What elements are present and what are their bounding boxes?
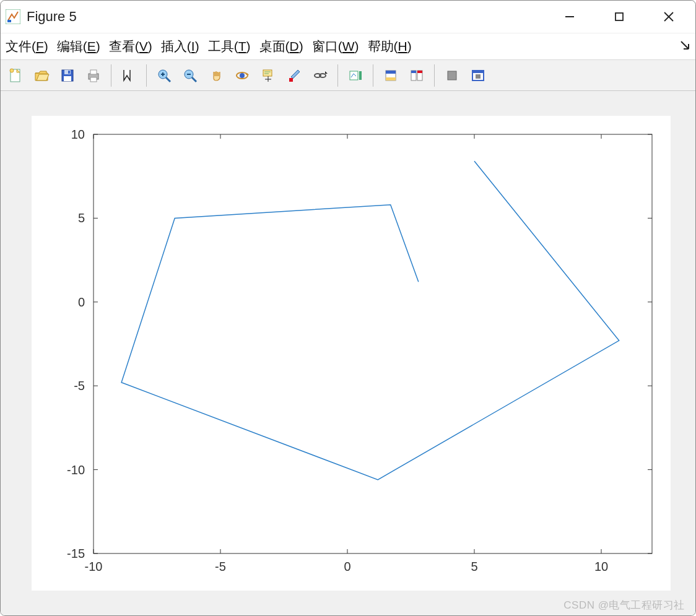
insert-legend-icon[interactable]: [380, 64, 402, 87]
x-tick-label: -10: [85, 560, 103, 573]
svg-point-24: [240, 73, 245, 78]
menu-tools[interactable]: 工具(T): [208, 38, 251, 55]
edit-plot-icon[interactable]: [118, 64, 140, 87]
dock-arrow-icon[interactable]: [679, 39, 690, 54]
menu-desktop[interactable]: 桌面(D): [259, 38, 303, 55]
toolbar-separator: [373, 64, 373, 87]
axes[interactable]: -10-50510-15-10-50510: [32, 116, 671, 591]
window-title: Figure 5: [27, 9, 554, 25]
figure-window: Figure 5 文件(F) 编辑(E) 查看(V) 插入(I) 工具(T) 桌…: [0, 0, 696, 616]
toolbar-separator: [337, 64, 338, 87]
svg-rect-15: [90, 77, 97, 82]
svg-rect-30: [289, 78, 293, 82]
svg-rect-35: [359, 71, 362, 80]
toolbar: [1, 60, 695, 91]
y-tick-label: -5: [74, 379, 85, 393]
y-tick-label: -15: [67, 547, 85, 560]
pan-icon[interactable]: [205, 64, 227, 87]
brush-icon[interactable]: [283, 64, 305, 87]
menu-edit[interactable]: 编辑(E): [57, 38, 100, 55]
figure-canvas-area: -10-50510-15-10-50510: [1, 91, 695, 615]
x-tick-label: 10: [594, 560, 608, 573]
x-tick-label: 5: [471, 560, 477, 573]
svg-rect-38: [386, 77, 396, 80]
minimize-button[interactable]: [554, 4, 585, 29]
svg-line-21: [192, 77, 196, 82]
close-button[interactable]: [653, 4, 684, 29]
svg-rect-1: [7, 20, 11, 22]
toolbar-separator: [111, 64, 111, 87]
svg-line-17: [166, 77, 170, 82]
watermark-text: CSDN @电气工程研习社: [563, 598, 685, 612]
print-icon[interactable]: [82, 64, 105, 87]
hide-plot-tools-icon[interactable]: [406, 64, 428, 87]
svg-rect-45: [472, 71, 484, 73]
menu-window[interactable]: 窗口(W): [312, 38, 359, 55]
maximize-button[interactable]: [604, 4, 635, 29]
svg-rect-42: [417, 71, 422, 73]
menu-insert[interactable]: 插入(I): [161, 38, 199, 55]
zoom-in-icon[interactable]: [153, 64, 175, 87]
svg-point-8: [10, 69, 14, 72]
toolbar-separator: [434, 64, 435, 87]
link-icon[interactable]: [309, 64, 331, 87]
open-icon[interactable]: [30, 64, 53, 87]
svg-rect-12: [68, 71, 70, 74]
toolbar-separator: [146, 64, 147, 87]
new-figure-icon[interactable]: [4, 64, 27, 87]
menubar: 文件(F) 编辑(E) 查看(V) 插入(I) 工具(T) 桌面(D) 窗口(W…: [1, 33, 695, 60]
dock-figure-icon[interactable]: [467, 64, 489, 87]
svg-rect-43: [448, 71, 456, 80]
svg-rect-25: [263, 70, 272, 76]
x-tick-label: -5: [215, 560, 226, 573]
svg-rect-37: [386, 71, 396, 74]
titlebar: Figure 5: [1, 1, 695, 33]
svg-rect-40: [411, 71, 416, 73]
svg-marker-33: [325, 71, 328, 74]
menu-file[interactable]: 文件(F): [6, 38, 48, 55]
line-plot: -10-50510-15-10-50510: [32, 116, 671, 591]
x-tick-label: 0: [344, 560, 350, 573]
y-tick-label: 5: [78, 211, 85, 225]
svg-rect-47: [94, 134, 652, 553]
window-controls: [554, 4, 684, 29]
svg-rect-3: [616, 13, 623, 20]
menu-view[interactable]: 查看(V): [109, 38, 152, 55]
rotate-3d-icon[interactable]: [231, 64, 253, 87]
axes-props-icon[interactable]: [441, 64, 463, 87]
y-tick-label: 10: [71, 128, 85, 141]
data-cursor-icon[interactable]: [257, 64, 279, 87]
svg-rect-34: [350, 71, 358, 80]
insert-colorbar-icon[interactable]: [344, 64, 367, 87]
menu-help[interactable]: 帮助(H): [368, 38, 412, 55]
svg-rect-14: [90, 70, 97, 74]
save-icon[interactable]: [56, 64, 79, 87]
svg-rect-46: [476, 74, 481, 79]
zoom-out-icon[interactable]: [179, 64, 201, 87]
y-tick-label: -10: [67, 463, 85, 477]
matlab-icon: [6, 9, 20, 24]
y-tick-label: 0: [78, 295, 85, 309]
svg-rect-11: [64, 76, 71, 81]
